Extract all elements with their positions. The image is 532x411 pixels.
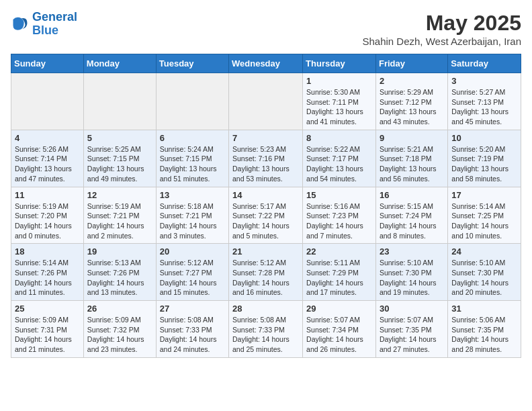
calendar-cell: 11Sunrise: 5:19 AM Sunset: 7:20 PM Dayli… [11, 187, 84, 244]
cell-content: Sunrise: 5:08 AM Sunset: 7:33 PM Dayligh… [160, 315, 225, 355]
calendar-cell: 6Sunrise: 5:24 AM Sunset: 7:15 PM Daylig… [156, 130, 228, 187]
cell-content: Sunrise: 5:17 AM Sunset: 7:22 PM Dayligh… [232, 201, 299, 241]
calendar-cell: 23Sunrise: 5:10 AM Sunset: 7:30 PM Dayli… [375, 244, 447, 301]
calendar-cell: 10Sunrise: 5:20 AM Sunset: 7:19 PM Dayli… [448, 130, 521, 187]
calendar-cell [229, 73, 303, 130]
calendar-cell: 18Sunrise: 5:14 AM Sunset: 7:26 PM Dayli… [11, 244, 84, 301]
cell-content: Sunrise: 5:19 AM Sunset: 7:21 PM Dayligh… [87, 201, 152, 241]
calendar-cell: 3Sunrise: 5:27 AM Sunset: 7:13 PM Daylig… [448, 73, 521, 130]
calendar-cell: 20Sunrise: 5:12 AM Sunset: 7:27 PM Dayli… [156, 244, 228, 301]
cell-content: Sunrise: 5:08 AM Sunset: 7:33 PM Dayligh… [232, 315, 299, 355]
calendar-cell: 12Sunrise: 5:19 AM Sunset: 7:21 PM Dayli… [83, 187, 156, 244]
page-header: General Blue May 2025 Shahin Dezh, West … [11, 11, 521, 47]
cell-content: Sunrise: 5:23 AM Sunset: 7:16 PM Dayligh… [232, 144, 299, 184]
weekday-header: Saturday [448, 54, 521, 73]
calendar-header: SundayMondayTuesdayWednesdayThursdayFrid… [11, 54, 521, 73]
cell-content: Sunrise: 5:10 AM Sunset: 7:30 PM Dayligh… [380, 258, 444, 298]
cell-content: Sunrise: 5:07 AM Sunset: 7:34 PM Dayligh… [306, 315, 372, 355]
day-number: 21 [232, 246, 299, 257]
day-number: 28 [232, 304, 299, 314]
cell-content: Sunrise: 5:24 AM Sunset: 7:15 PM Dayligh… [160, 144, 225, 184]
day-number: 15 [306, 190, 372, 200]
calendar-cell: 2Sunrise: 5:29 AM Sunset: 7:12 PM Daylig… [375, 73, 447, 130]
day-number: 10 [451, 133, 517, 143]
day-number: 20 [160, 246, 225, 257]
cell-content: Sunrise: 5:13 AM Sunset: 7:26 PM Dayligh… [87, 258, 152, 298]
day-number: 7 [232, 133, 299, 143]
day-number: 23 [380, 246, 444, 257]
cell-content: Sunrise: 5:21 AM Sunset: 7:18 PM Dayligh… [380, 144, 444, 184]
cell-content: Sunrise: 5:10 AM Sunset: 7:30 PM Dayligh… [451, 258, 517, 298]
calendar-cell: 16Sunrise: 5:15 AM Sunset: 7:24 PM Dayli… [375, 187, 447, 244]
day-number: 9 [380, 133, 444, 143]
cell-content: Sunrise: 5:15 AM Sunset: 7:24 PM Dayligh… [380, 201, 444, 241]
logo: General Blue [11, 11, 77, 38]
cell-content: Sunrise: 5:16 AM Sunset: 7:23 PM Dayligh… [306, 201, 372, 241]
calendar-body: 1Sunrise: 5:30 AM Sunset: 7:11 PM Daylig… [11, 73, 521, 358]
day-number: 14 [232, 190, 299, 200]
day-number: 19 [87, 246, 152, 257]
weekday-header: Wednesday [229, 54, 303, 73]
weekday-header: Friday [375, 54, 447, 73]
day-number: 17 [451, 190, 517, 200]
cell-content: Sunrise: 5:12 AM Sunset: 7:27 PM Dayligh… [160, 258, 225, 298]
calendar-week-row: 1Sunrise: 5:30 AM Sunset: 7:11 PM Daylig… [11, 73, 521, 130]
weekday-row: SundayMondayTuesdayWednesdayThursdayFrid… [11, 54, 521, 73]
calendar-table: SundayMondayTuesdayWednesdayThursdayFrid… [11, 54, 521, 358]
day-number: 6 [160, 133, 225, 143]
calendar-cell: 22Sunrise: 5:11 AM Sunset: 7:29 PM Dayli… [303, 244, 376, 301]
cell-content: Sunrise: 5:29 AM Sunset: 7:12 PM Dayligh… [380, 87, 444, 127]
logo-icon [11, 15, 30, 34]
cell-content: Sunrise: 5:19 AM Sunset: 7:20 PM Dayligh… [15, 201, 80, 241]
location: Shahin Dezh, West Azerbaijan, Iran [362, 36, 521, 47]
day-number: 18 [15, 246, 80, 257]
calendar-cell: 13Sunrise: 5:18 AM Sunset: 7:21 PM Dayli… [156, 187, 228, 244]
calendar-week-row: 4Sunrise: 5:26 AM Sunset: 7:14 PM Daylig… [11, 130, 521, 187]
day-number: 4 [15, 133, 80, 143]
weekday-header: Sunday [11, 54, 84, 73]
cell-content: Sunrise: 5:18 AM Sunset: 7:21 PM Dayligh… [160, 201, 225, 241]
calendar-cell [156, 73, 228, 130]
cell-content: Sunrise: 5:06 AM Sunset: 7:35 PM Dayligh… [451, 315, 517, 355]
cell-content: Sunrise: 5:27 AM Sunset: 7:13 PM Dayligh… [451, 87, 517, 127]
calendar-cell: 24Sunrise: 5:10 AM Sunset: 7:30 PM Dayli… [448, 244, 521, 301]
calendar-week-row: 11Sunrise: 5:19 AM Sunset: 7:20 PM Dayli… [11, 187, 521, 244]
day-number: 11 [15, 190, 80, 200]
calendar-cell: 26Sunrise: 5:09 AM Sunset: 7:32 PM Dayli… [83, 301, 156, 358]
weekday-header: Monday [83, 54, 156, 73]
day-number: 25 [15, 304, 80, 314]
day-number: 26 [87, 304, 152, 314]
day-number: 24 [451, 246, 517, 257]
logo-text: General Blue [32, 11, 77, 38]
calendar-cell: 29Sunrise: 5:07 AM Sunset: 7:34 PM Dayli… [303, 301, 376, 358]
calendar-cell [11, 73, 84, 130]
calendar-cell: 5Sunrise: 5:25 AM Sunset: 7:15 PM Daylig… [83, 130, 156, 187]
calendar-cell: 4Sunrise: 5:26 AM Sunset: 7:14 PM Daylig… [11, 130, 84, 187]
calendar-cell: 17Sunrise: 5:14 AM Sunset: 7:25 PM Dayli… [448, 187, 521, 244]
day-number: 29 [306, 304, 372, 314]
calendar-cell: 25Sunrise: 5:09 AM Sunset: 7:31 PM Dayli… [11, 301, 84, 358]
calendar-cell: 30Sunrise: 5:07 AM Sunset: 7:35 PM Dayli… [375, 301, 447, 358]
calendar-cell: 8Sunrise: 5:22 AM Sunset: 7:17 PM Daylig… [303, 130, 376, 187]
cell-content: Sunrise: 5:30 AM Sunset: 7:11 PM Dayligh… [306, 87, 372, 127]
cell-content: Sunrise: 5:26 AM Sunset: 7:14 PM Dayligh… [15, 144, 80, 184]
day-number: 3 [451, 76, 517, 86]
calendar-cell: 31Sunrise: 5:06 AM Sunset: 7:35 PM Dayli… [448, 301, 521, 358]
cell-content: Sunrise: 5:20 AM Sunset: 7:19 PM Dayligh… [451, 144, 517, 184]
cell-content: Sunrise: 5:14 AM Sunset: 7:26 PM Dayligh… [15, 258, 80, 298]
day-number: 27 [160, 304, 225, 314]
calendar-week-row: 25Sunrise: 5:09 AM Sunset: 7:31 PM Dayli… [11, 301, 521, 358]
calendar-cell: 7Sunrise: 5:23 AM Sunset: 7:16 PM Daylig… [229, 130, 303, 187]
calendar-cell: 15Sunrise: 5:16 AM Sunset: 7:23 PM Dayli… [303, 187, 376, 244]
weekday-header: Thursday [303, 54, 376, 73]
day-number: 22 [306, 246, 372, 257]
calendar-week-row: 18Sunrise: 5:14 AM Sunset: 7:26 PM Dayli… [11, 244, 521, 301]
day-number: 12 [87, 190, 152, 200]
cell-content: Sunrise: 5:12 AM Sunset: 7:28 PM Dayligh… [232, 258, 299, 298]
calendar-cell: 9Sunrise: 5:21 AM Sunset: 7:18 PM Daylig… [375, 130, 447, 187]
calendar-cell: 14Sunrise: 5:17 AM Sunset: 7:22 PM Dayli… [229, 187, 303, 244]
day-number: 8 [306, 133, 372, 143]
day-number: 5 [87, 133, 152, 143]
calendar-cell: 21Sunrise: 5:12 AM Sunset: 7:28 PM Dayli… [229, 244, 303, 301]
cell-content: Sunrise: 5:09 AM Sunset: 7:32 PM Dayligh… [87, 315, 152, 355]
